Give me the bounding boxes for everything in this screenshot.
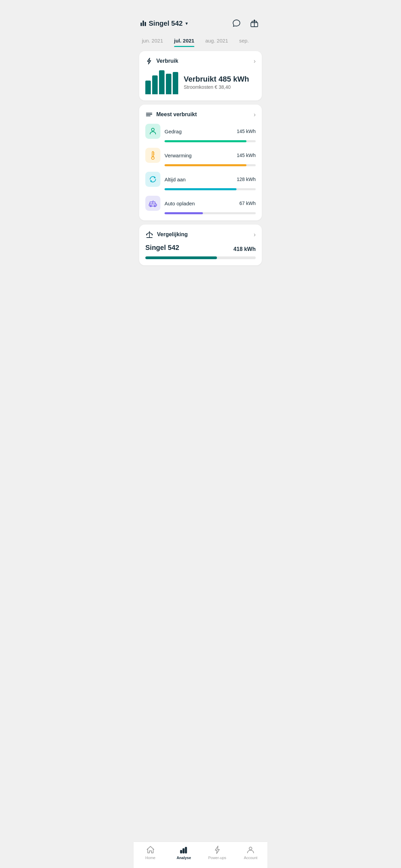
car-charging-icon — [148, 200, 157, 207]
verbruik-chart — [145, 70, 178, 94]
person-icon — [149, 127, 157, 135]
svg-line-19 — [147, 232, 149, 234]
auto-progress-bar — [165, 212, 256, 214]
altijd-icon-box — [145, 172, 160, 187]
chat-button[interactable] — [230, 17, 243, 29]
list-item: Altijd aan 128 kWh — [145, 172, 256, 190]
thermometer-icon — [149, 151, 157, 160]
verbruik-cost: Stroomkosten € 38,40 — [184, 84, 249, 90]
gedrag-icon-box — [145, 124, 160, 139]
chart-bar-4 — [166, 74, 171, 94]
verbruik-title: Verbruik — [156, 58, 178, 64]
lightning-icon — [145, 57, 153, 65]
vergelijking-card: Vergelijking › Singel 542 418 kWh — [139, 225, 262, 265]
vergelijking-value: 418 kWh — [233, 246, 256, 252]
tab-aug[interactable]: aug. 2021 — [200, 34, 234, 47]
auto-progress-fill — [165, 212, 203, 214]
vergelijking-title: Vergelijking — [157, 231, 188, 238]
vergelijking-card-header: Vergelijking › — [145, 231, 256, 238]
meest-chevron-icon[interactable]: › — [254, 111, 256, 118]
chart-bar-1 — [145, 81, 151, 94]
header-icons — [230, 17, 260, 29]
altijd-label: Altijd aan — [165, 177, 186, 182]
vergelijking-bar — [145, 256, 256, 259]
tab-sep[interactable]: sep. — [234, 34, 254, 47]
chart-bar-3 — [159, 70, 165, 94]
altijd-progress-bar — [165, 188, 256, 190]
svg-point-6 — [151, 128, 154, 131]
verbruik-stats: Verbruikt 485 kWh Stroomkosten € 38,40 — [184, 75, 249, 90]
vergelijking-content: Singel 542 418 kWh — [145, 244, 256, 259]
verbruik-kwh: Verbruikt 485 kWh — [184, 75, 249, 84]
gedrag-progress-bar — [165, 140, 256, 142]
gedrag-value: 145 kWh — [237, 129, 256, 134]
verbruik-card: Verbruik › Verbruikt 485 kWh Stroomkoste… — [139, 51, 262, 100]
chart-bar-2 — [152, 75, 158, 94]
scale-icon — [145, 231, 154, 238]
verwarming-label: Verwarming — [165, 153, 192, 158]
month-tabs: jun. 2021 jul. 2021 aug. 2021 sep. — [134, 33, 267, 47]
altijd-progress-fill — [165, 188, 236, 190]
header-left: Singel 542 ▾ — [141, 20, 188, 27]
vergelijking-location: Singel 542 — [145, 244, 179, 252]
verbruik-content: Verbruikt 485 kWh Stroomkosten € 38,40 — [145, 70, 256, 94]
tab-jun[interactable]: jun. 2021 — [136, 34, 169, 47]
meest-verbruikt-card: Meest verbruikt › Gedrag 145 kWh — [139, 105, 262, 220]
list-icon — [145, 111, 153, 118]
verbruik-chevron-icon[interactable]: › — [254, 58, 256, 65]
header: Singel 542 ▾ — [134, 0, 267, 33]
verwarming-progress-bar — [165, 164, 256, 166]
gift-button[interactable] — [248, 17, 260, 29]
chart-bar-5 — [173, 72, 178, 94]
refresh-icon — [149, 175, 157, 183]
usage-list: Gedrag 145 kWh — [145, 124, 256, 214]
gedrag-label: Gedrag — [165, 129, 182, 134]
meest-card-header: Meest verbruikt › — [145, 111, 256, 118]
tab-jul[interactable]: jul. 2021 — [169, 34, 200, 47]
auto-value: 67 kWh — [240, 201, 256, 206]
list-item: Verwarming 145 kWh — [145, 148, 256, 166]
main-content: Verbruik › Verbruikt 485 kWh Stroomkoste… — [134, 47, 267, 308]
svg-line-20 — [149, 232, 152, 234]
verwarming-value: 145 kWh — [237, 153, 256, 158]
location-title[interactable]: Singel 542 — [149, 20, 183, 27]
verwarming-icon-box — [145, 148, 160, 163]
auto-label: Auto opladen — [165, 201, 195, 206]
location-chevron-icon[interactable]: ▾ — [185, 21, 188, 26]
app-logo-icon — [141, 21, 146, 26]
auto-icon-box — [145, 196, 160, 211]
verbruik-card-header: Verbruik › — [145, 57, 256, 65]
altijd-value: 128 kWh — [237, 177, 256, 182]
list-item: Auto opladen 67 kWh — [145, 196, 256, 214]
vergelijking-chevron-icon[interactable]: › — [254, 231, 256, 238]
svg-rect-7 — [152, 152, 154, 157]
list-item: Gedrag 145 kWh — [145, 124, 256, 142]
gedrag-progress-fill — [165, 140, 246, 142]
verwarming-progress-fill — [165, 164, 246, 166]
vergelijking-bar-fill — [145, 256, 217, 259]
meest-title: Meest verbruikt — [156, 111, 197, 118]
